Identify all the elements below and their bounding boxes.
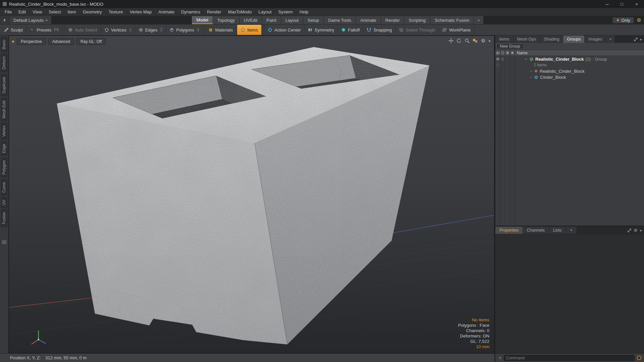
panel-gear-icon[interactable] [634,228,638,232]
select-through-button[interactable]: Select Through [395,24,439,35]
menu-animate[interactable]: Animate [155,8,178,16]
tab-paint[interactable]: Paint [262,16,281,24]
menu-file[interactable]: File [1,8,15,16]
tab-schematic-fusion[interactable]: Schematic Fusion [430,16,474,24]
rail-tab-mesh-edit[interactable]: Mesh Edit [1,98,8,121]
new-group-button[interactable]: New Group [496,44,524,49]
lock-toggle-icon[interactable] [505,50,510,56]
menu-system[interactable]: System [275,8,296,16]
tree-row-items-count[interactable]: 2 Items [495,62,644,68]
menu-render[interactable]: Render [204,8,225,16]
tab-layout[interactable]: Layout [281,16,303,24]
add-properties-tab-button[interactable]: + [566,227,577,234]
presets-button[interactable]: Presets F6 [26,24,62,35]
sculpt-button[interactable]: Sculpt [1,24,26,35]
raygl-toggle-button[interactable]: Ray GL: Off [76,38,106,45]
rail-tab-fusion[interactable]: Fusion [1,209,8,227]
menu-layout[interactable]: Layout [255,8,275,16]
tab-game-tools[interactable]: Game Tools [324,16,356,24]
visibility-eye-icon[interactable] [495,50,500,56]
action-center-button[interactable]: Action Center [264,24,305,35]
menu-texture[interactable]: Texture [105,8,126,16]
tree-row-child[interactable]: • Cinder_Block [495,74,644,80]
tab-items[interactable]: Items [495,36,514,43]
add-layout-tab-button[interactable]: + [474,16,484,24]
viewport-layout-icon[interactable] [473,38,478,43]
tab-lists[interactable]: Lists [549,227,566,234]
only-button[interactable]: ★ Only [612,17,634,23]
tab-scripting[interactable]: Scripting [404,16,430,24]
rail-tab-curve[interactable]: Curve [1,179,8,196]
rail-tab-polygon[interactable]: Polygon [1,157,8,178]
viewport-menu-dot-icon[interactable] [12,40,14,43]
filter-toggle-icon[interactable] [510,50,515,56]
panel-menu-arrow-icon[interactable]: ▸ [640,228,642,233]
viewport-menu-arrow-icon[interactable]: ▸ [489,39,491,43]
maximize-button[interactable]: □ [614,0,629,8]
tab-topology[interactable]: Topology [213,16,239,24]
row-eye-icon[interactable] [495,62,500,68]
command-history-icon[interactable] [637,356,641,360]
vertices-mode-button[interactable]: Vertices 1 [101,24,135,35]
gear-icon[interactable] [637,18,641,22]
orbit-icon[interactable] [457,38,462,43]
viewport-settings-gear-icon[interactable] [481,38,486,43]
items-mode-button[interactable]: Items [237,25,261,35]
tab-properties[interactable]: Properties [495,227,523,234]
rail-tab-uv[interactable]: UV [1,197,8,208]
tab-groups[interactable]: Groups [563,36,585,43]
rail-tab-basic[interactable]: Basic [1,37,8,52]
tab-channels[interactable]: Channels [523,227,549,234]
collapse-icon[interactable]: − [524,57,528,62]
rail-tab-edge[interactable]: Edge [1,141,8,156]
pin-layout-button[interactable] [0,16,9,24]
view-mode-button[interactable]: Perspective [17,38,46,45]
materials-button[interactable]: Materials [205,24,236,35]
menu-vertex-map[interactable]: Vertex Map [126,8,155,16]
row-render-icon[interactable] [500,56,505,62]
tab-setup[interactable]: Setup [303,16,324,24]
menu-dynamics[interactable]: Dynamics [178,8,204,16]
symmetry-button[interactable]: Symmetry [305,24,338,35]
add-panel-tab-button[interactable]: + [606,36,615,43]
name-column-header[interactable]: Name [515,51,528,55]
viewport-canvas[interactable] [9,36,494,353]
menu-item[interactable]: Item [64,8,79,16]
rail-tab-duplicate[interactable]: Duplicate [1,74,8,97]
row-eye-icon[interactable] [495,56,500,62]
tab-uvedit[interactable]: UVEdit [239,16,262,24]
zoom-icon[interactable] [465,38,470,43]
workplane-button[interactable]: WorkPlane [439,24,474,35]
close-button[interactable]: × [629,0,644,8]
panel-menu-arrow-icon[interactable]: ▸ [640,37,642,42]
shading-mode-button[interactable]: Advanced [48,38,74,45]
minimize-button[interactable]: ─ [600,0,614,8]
tab-model[interactable]: Model [192,16,213,24]
tab-mesh-ops[interactable]: Mesh Ops [514,36,540,43]
auto-select-button[interactable]: Auto Select [64,24,101,35]
render-toggle-icon[interactable] [500,50,505,56]
menu-edit[interactable]: Edit [15,8,29,16]
menu-select[interactable]: Select [45,8,64,16]
tab-shading[interactable]: Shading [540,36,564,43]
snapping-button[interactable]: Snapping [363,24,395,35]
rail-tab-vertex[interactable]: Vertex [1,122,8,140]
tab-animate[interactable]: Animate [356,16,381,24]
command-input[interactable]: Command [504,355,635,361]
rail-palette-icon[interactable] [1,240,7,245]
tab-render[interactable]: Render [381,16,405,24]
edges-mode-button[interactable]: Edges 2 [135,24,166,35]
menu-view[interactable]: View [29,8,45,16]
menu-help[interactable]: Help [296,8,312,16]
rail-tab-deform[interactable]: Deform [1,53,8,72]
tab-images[interactable]: Images [585,36,606,43]
falloff-button[interactable]: Falloff [338,24,363,35]
expand-panel-icon[interactable] [628,229,631,232]
menu-geometry[interactable]: Geometry [79,8,105,16]
tree-row-child[interactable]: • Realistic_Cinder_Block [495,68,644,74]
expand-panel-icon[interactable] [634,38,638,41]
polygons-mode-button[interactable]: Polygons 3 [166,24,203,35]
tree-row-group[interactable]: − Realistic_Cinder_Block (2) : Group [495,56,644,62]
default-layouts-button[interactable]: Default Layouts ▾ [9,16,52,24]
menu-maxtomodo[interactable]: MaxToModo [225,8,255,16]
